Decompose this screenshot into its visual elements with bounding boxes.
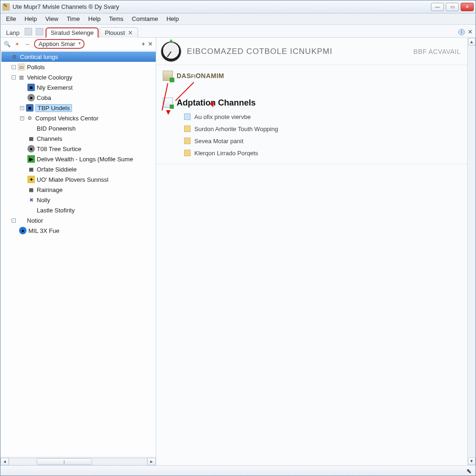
collapse-icon[interactable]: -	[12, 75, 16, 79]
section-dashboard: DASfiONAMIM	[156, 68, 467, 82]
main-vscrollbar[interactable]: ▲ ▼	[467, 38, 476, 465]
tree-node[interactable]: +⚙Compst Vehicks Centor	[1, 113, 156, 123]
grn-icon: ▶	[27, 155, 35, 163]
maximize-button[interactable]: ▭	[446, 3, 459, 11]
tree-node-label: TBP Undels	[35, 104, 72, 112]
book-icon: ▭	[18, 63, 25, 71]
collapse-icon[interactable]: -	[12, 218, 16, 223]
tree-node[interactable]: ■Nly Exemerst	[1, 82, 156, 93]
grid-icon: ▦	[27, 135, 35, 142]
search-icon[interactable]: 🔍	[3, 40, 11, 48]
tree-node[interactable]: ●T08 Tree Surtice	[1, 144, 156, 154]
scroll-track[interactable]: ‖	[9, 458, 147, 465]
sq-icon: ■	[26, 104, 33, 112]
app-window: Ute Mupr7 Mvisle Channels ® Dy Svary — ▭…	[0, 0, 476, 476]
menu-elle[interactable]: Elle	[2, 14, 20, 23]
menu-time[interactable]: Time	[63, 14, 83, 23]
window-buttons: — ▭ ✕	[431, 3, 474, 11]
content-header: EIBCOMAZED COTBOLE ICNUKPMI BBF ACVAVAIL	[156, 38, 467, 65]
blank-icon	[27, 125, 35, 132]
tree-node[interactable]: ●Coba	[1, 93, 156, 103]
menu-help3[interactable]: Help	[163, 14, 183, 23]
tree-node[interactable]: ✦UO' Miate Plovers Sunnssl	[1, 174, 156, 185]
tree-node-label: Notior	[27, 217, 43, 224]
list-item[interactable]: Klerqon Lirrado Porqets	[184, 147, 461, 159]
expand-icon[interactable]: +	[20, 116, 24, 120]
list-item[interactable]: Sevea Motar panit	[184, 135, 461, 147]
tree-node[interactable]: ▦Channels	[1, 133, 156, 144]
scroll-up-button[interactable]: ▲	[468, 38, 476, 46]
gear-icon: ⚙	[26, 114, 33, 122]
tree-node[interactable]: ▦Orfate Siddiele	[1, 164, 156, 174]
list-item-label: Klerqon Lirrado Porqets	[194, 150, 258, 157]
minimize-icon: —	[435, 4, 440, 9]
tab-plouust[interactable]: Plouust✕	[99, 27, 138, 38]
scroll-right-button[interactable]: ►	[147, 458, 156, 465]
menu-view[interactable]: View	[41, 14, 62, 23]
toolbar-icon-1[interactable]	[25, 28, 32, 35]
breadcrumb-dropdown[interactable]: Apption Smar	[34, 39, 85, 49]
scroll-down-button[interactable]: ▼	[468, 457, 476, 465]
tree-node[interactable]: -Notior	[1, 215, 156, 225]
menu-comtame[interactable]: Comtame	[128, 14, 162, 23]
scroll-left-button[interactable]: ◄	[0, 458, 9, 465]
tree-node-label: Channels	[37, 135, 62, 142]
tree-node-label: Coba	[37, 94, 51, 101]
tree-node[interactable]: ▦Rairinage	[1, 185, 156, 195]
tabrow-close-icon[interactable]: ✕	[468, 28, 473, 35]
sq-icon: ■	[27, 84, 35, 91]
tree-node[interactable]: ▶Delive Wealth - Longs (Mofile Sume	[1, 154, 156, 164]
monitor-icon	[163, 71, 173, 81]
grid-icon: ▦	[27, 165, 35, 173]
tree-node-label: Lastle Stofirity	[37, 207, 75, 214]
tree-node[interactable]: ●MIL 3X Fue	[1, 225, 156, 236]
car-icon: ▥	[18, 73, 25, 81]
info-icon[interactable]: i	[458, 29, 465, 35]
nav-tree[interactable]: ⚙Contical lungs-▭Pollols-▥Vehicle Coolor…	[0, 51, 156, 457]
settings-icon[interactable]: ✴	[13, 40, 21, 48]
section-dashboard-title: DASfiONAMIM	[177, 72, 224, 79]
toolbar-icon-2[interactable]	[36, 28, 43, 35]
expand-icon[interactable]: +	[20, 106, 24, 110]
menu-help2[interactable]: Help	[85, 14, 105, 23]
sidebar-toolbar: 🔍 ✴ – Apption Smar + ✕	[0, 38, 156, 51]
tab-siratud[interactable]: Siratud Selenge	[46, 27, 99, 38]
collapse-icon[interactable]: -	[12, 65, 16, 69]
close-button[interactable]: ✕	[461, 3, 474, 11]
pur-icon: ✖	[27, 196, 35, 204]
menu-help1[interactable]: Help	[21, 14, 41, 23]
scroll-grip-icon: ‖	[63, 459, 65, 463]
sidebar: 🔍 ✴ – Apption Smar + ✕ ⚙Contical lungs-▭…	[0, 38, 156, 465]
tree-node[interactable]: ⚙Contical lungs	[1, 52, 156, 62]
add-tab-button[interactable]: +	[141, 40, 145, 47]
tree-node[interactable]: Lastle Stofirity	[1, 205, 156, 215]
section-adaptation: Adptation Channels	[156, 95, 467, 109]
main-panel: EIBCOMAZED COTBOLE ICNUKPMI BBF ACVAVAIL…	[156, 38, 476, 465]
tree-node-label: BID Poneerish	[37, 125, 76, 132]
list-item[interactable]: Au ofix pnote viervbe	[184, 111, 461, 123]
tree-node-label: UO' Miate Plovers Sunnssl	[37, 176, 108, 183]
tree-node[interactable]: BID Poneerish	[1, 123, 156, 133]
folder-icon	[184, 138, 191, 144]
minimize-button[interactable]: —	[431, 3, 444, 11]
tree-node-label: Delive Wealth - Longs (Mofile Sume	[37, 156, 133, 163]
window-title: Ute Mupr7 Mvisle Channels ® Dy Svary	[13, 3, 431, 10]
tree-node[interactable]: +■TBP Undels	[1, 103, 156, 113]
blu-icon: ●	[19, 227, 26, 234]
menubar: Elle Help View Time Help Tems Comtame He…	[0, 13, 476, 25]
tree-node[interactable]: -▥Vehicle Coolorgy	[1, 72, 156, 82]
tab-label: Plouust	[105, 29, 125, 36]
content: EIBCOMAZED COTBOLE ICNUKPMI BBF ACVAVAIL…	[156, 38, 467, 465]
list-item[interactable]: Surdon Arhorite Touth Wopping	[184, 123, 461, 135]
sidebar-hscrollbar[interactable]: ◄ ‖ ►	[0, 457, 156, 465]
app-icon	[2, 3, 10, 11]
toolbar-label-lanp[interactable]: Lanp	[3, 28, 22, 37]
tab-close-icon[interactable]: ✕	[128, 29, 133, 36]
close-panel-button[interactable]: ✕	[148, 40, 153, 47]
tree-node[interactable]: ✖Nolly	[1, 195, 156, 205]
separator-icon: –	[24, 40, 31, 48]
menu-tems[interactable]: Tems	[106, 14, 127, 23]
tree-node[interactable]: -▭Pollols	[1, 62, 156, 72]
scroll-thumb[interactable]: ‖	[37, 458, 92, 465]
tab-label: Siratud Selenge	[51, 29, 94, 36]
